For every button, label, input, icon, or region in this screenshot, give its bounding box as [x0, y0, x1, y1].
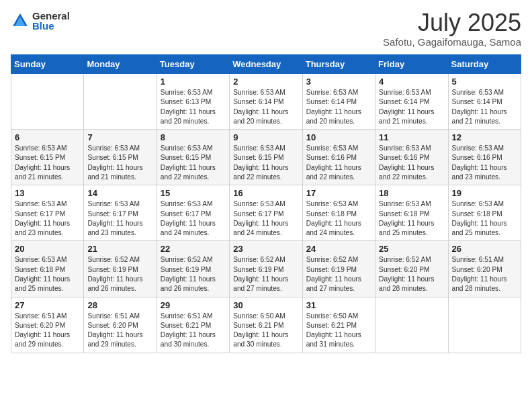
day-detail: Sunrise: 6:53 AM Sunset: 6:13 PM Dayligh… — [161, 88, 226, 126]
day-number: 16 — [233, 188, 298, 198]
weekday-header-monday: Monday — [84, 55, 157, 74]
week-row-2: 6Sunrise: 6:53 AM Sunset: 6:15 PM Daylig… — [11, 130, 521, 185]
day-detail: Sunrise: 6:53 AM Sunset: 6:17 PM Dayligh… — [233, 199, 298, 238]
day-number: 19 — [452, 188, 517, 198]
calendar-cell: 25Sunrise: 6:52 AM Sunset: 6:20 PM Dayli… — [375, 241, 448, 297]
day-number: 20 — [15, 244, 80, 254]
day-detail: Sunrise: 6:51 AM Sunset: 6:20 PM Dayligh… — [87, 312, 152, 350]
day-number: 26 — [452, 244, 517, 254]
logo: General Blue — [11, 11, 70, 31]
calendar-cell: 23Sunrise: 6:52 AM Sunset: 6:19 PM Dayli… — [230, 241, 302, 297]
day-detail: Sunrise: 6:53 AM Sunset: 6:18 PM Dayligh… — [452, 199, 517, 238]
day-number: 7 — [87, 132, 152, 142]
weekday-header-thursday: Thursday — [302, 55, 375, 74]
day-number: 25 — [379, 244, 444, 254]
calendar-cell: 4Sunrise: 6:53 AM Sunset: 6:14 PM Daylig… — [375, 74, 448, 130]
logo-icon — [11, 11, 30, 30]
day-detail: Sunrise: 6:53 AM Sunset: 6:16 PM Dayligh… — [306, 144, 371, 182]
day-number: 3 — [306, 77, 371, 87]
day-detail: Sunrise: 6:53 AM Sunset: 6:15 PM Dayligh… — [161, 144, 226, 182]
calendar-cell: 20Sunrise: 6:53 AM Sunset: 6:18 PM Dayli… — [11, 241, 84, 297]
calendar-cell: 21Sunrise: 6:52 AM Sunset: 6:19 PM Dayli… — [84, 241, 157, 297]
calendar-container: General Blue July 2025 Safotu, Gagaifoma… — [0, 0, 532, 360]
day-detail: Sunrise: 6:53 AM Sunset: 6:18 PM Dayligh… — [379, 199, 444, 238]
day-number: 15 — [161, 188, 226, 198]
week-row-3: 13Sunrise: 6:53 AM Sunset: 6:17 PM Dayli… — [11, 185, 521, 241]
calendar-cell: 3Sunrise: 6:53 AM Sunset: 6:14 PM Daylig… — [302, 74, 375, 130]
logo-blue-text: Blue — [32, 21, 70, 31]
calendar-cell: 15Sunrise: 6:53 AM Sunset: 6:17 PM Dayli… — [157, 185, 229, 241]
month-year-title: July 2025 — [383, 11, 521, 35]
day-number: 13 — [15, 188, 80, 198]
logo-text: General Blue — [32, 11, 70, 31]
calendar-cell: 7Sunrise: 6:53 AM Sunset: 6:15 PM Daylig… — [84, 130, 157, 185]
calendar-cell: 18Sunrise: 6:53 AM Sunset: 6:18 PM Dayli… — [375, 185, 448, 241]
day-number: 17 — [306, 188, 371, 198]
day-detail: Sunrise: 6:52 AM Sunset: 6:19 PM Dayligh… — [306, 255, 371, 293]
day-number: 4 — [379, 77, 444, 87]
calendar-table: SundayMondayTuesdayWednesdayThursdayFrid… — [11, 54, 521, 353]
day-detail: Sunrise: 6:52 AM Sunset: 6:20 PM Dayligh… — [379, 255, 444, 293]
location-subtitle: Safotu, Gagaifomauga, Samoa — [383, 36, 521, 48]
day-number: 6 — [15, 132, 80, 142]
calendar-cell: 19Sunrise: 6:53 AM Sunset: 6:18 PM Dayli… — [448, 185, 521, 241]
day-detail: Sunrise: 6:52 AM Sunset: 6:19 PM Dayligh… — [233, 255, 298, 293]
day-number: 2 — [233, 77, 298, 87]
calendar-cell: 8Sunrise: 6:53 AM Sunset: 6:15 PM Daylig… — [157, 130, 229, 185]
calendar-cell: 16Sunrise: 6:53 AM Sunset: 6:17 PM Dayli… — [230, 185, 302, 241]
day-number: 23 — [233, 244, 298, 254]
weekday-header-sunday: Sunday — [11, 55, 84, 74]
calendar-cell: 9Sunrise: 6:53 AM Sunset: 6:15 PM Daylig… — [230, 130, 302, 185]
day-number: 14 — [87, 188, 152, 198]
calendar-cell: 28Sunrise: 6:51 AM Sunset: 6:20 PM Dayli… — [84, 297, 157, 353]
calendar-cell: 13Sunrise: 6:53 AM Sunset: 6:17 PM Dayli… — [11, 185, 84, 241]
day-number: 31 — [306, 300, 371, 310]
calendar-cell: 22Sunrise: 6:52 AM Sunset: 6:19 PM Dayli… — [157, 241, 229, 297]
day-detail: Sunrise: 6:53 AM Sunset: 6:14 PM Dayligh… — [306, 88, 371, 126]
calendar-cell: 6Sunrise: 6:53 AM Sunset: 6:15 PM Daylig… — [11, 130, 84, 185]
day-number: 24 — [306, 244, 371, 254]
calendar-cell: 31Sunrise: 6:50 AM Sunset: 6:21 PM Dayli… — [302, 297, 375, 353]
week-row-4: 20Sunrise: 6:53 AM Sunset: 6:18 PM Dayli… — [11, 241, 521, 297]
day-number: 27 — [15, 300, 80, 310]
day-number: 1 — [161, 77, 226, 87]
calendar-cell: 26Sunrise: 6:51 AM Sunset: 6:20 PM Dayli… — [448, 241, 521, 297]
day-detail: Sunrise: 6:50 AM Sunset: 6:21 PM Dayligh… — [306, 312, 371, 350]
calendar-cell: 24Sunrise: 6:52 AM Sunset: 6:19 PM Dayli… — [302, 241, 375, 297]
day-detail: Sunrise: 6:53 AM Sunset: 6:15 PM Dayligh… — [233, 144, 298, 182]
calendar-cell: 29Sunrise: 6:51 AM Sunset: 6:21 PM Dayli… — [157, 297, 229, 353]
day-number: 10 — [306, 132, 371, 142]
logo-general-text: General — [32, 11, 70, 21]
calendar-cell — [375, 297, 448, 353]
day-detail: Sunrise: 6:52 AM Sunset: 6:19 PM Dayligh… — [87, 255, 152, 293]
day-number: 28 — [87, 300, 152, 310]
weekday-header-friday: Friday — [375, 55, 448, 74]
week-row-5: 27Sunrise: 6:51 AM Sunset: 6:20 PM Dayli… — [11, 297, 521, 353]
header-row: General Blue July 2025 Safotu, Gagaifoma… — [11, 11, 521, 48]
week-row-1: 1Sunrise: 6:53 AM Sunset: 6:13 PM Daylig… — [11, 74, 521, 130]
weekday-header-tuesday: Tuesday — [157, 55, 229, 74]
weekday-header-saturday: Saturday — [448, 55, 521, 74]
calendar-cell: 2Sunrise: 6:53 AM Sunset: 6:14 PM Daylig… — [230, 74, 302, 130]
day-detail: Sunrise: 6:53 AM Sunset: 6:15 PM Dayligh… — [15, 144, 80, 182]
day-number: 21 — [87, 244, 152, 254]
day-number: 22 — [161, 244, 226, 254]
calendar-cell: 17Sunrise: 6:53 AM Sunset: 6:18 PM Dayli… — [302, 185, 375, 241]
calendar-cell: 14Sunrise: 6:53 AM Sunset: 6:17 PM Dayli… — [84, 185, 157, 241]
calendar-cell: 10Sunrise: 6:53 AM Sunset: 6:16 PM Dayli… — [302, 130, 375, 185]
day-detail: Sunrise: 6:53 AM Sunset: 6:16 PM Dayligh… — [452, 144, 517, 182]
day-detail: Sunrise: 6:53 AM Sunset: 6:16 PM Dayligh… — [379, 144, 444, 182]
day-detail: Sunrise: 6:50 AM Sunset: 6:21 PM Dayligh… — [233, 312, 298, 350]
weekday-header-row: SundayMondayTuesdayWednesdayThursdayFrid… — [11, 55, 521, 74]
day-detail: Sunrise: 6:53 AM Sunset: 6:17 PM Dayligh… — [161, 199, 226, 238]
day-detail: Sunrise: 6:51 AM Sunset: 6:20 PM Dayligh… — [15, 312, 80, 350]
day-number: 5 — [452, 77, 517, 87]
calendar-cell: 12Sunrise: 6:53 AM Sunset: 6:16 PM Dayli… — [448, 130, 521, 185]
day-number: 29 — [161, 300, 226, 310]
day-detail: Sunrise: 6:53 AM Sunset: 6:18 PM Dayligh… — [306, 199, 371, 238]
calendar-cell: 27Sunrise: 6:51 AM Sunset: 6:20 PM Dayli… — [11, 297, 84, 353]
day-detail: Sunrise: 6:51 AM Sunset: 6:20 PM Dayligh… — [452, 255, 517, 293]
day-detail: Sunrise: 6:53 AM Sunset: 6:14 PM Dayligh… — [379, 88, 444, 126]
calendar-cell: 11Sunrise: 6:53 AM Sunset: 6:16 PM Dayli… — [375, 130, 448, 185]
day-number: 8 — [161, 132, 226, 142]
